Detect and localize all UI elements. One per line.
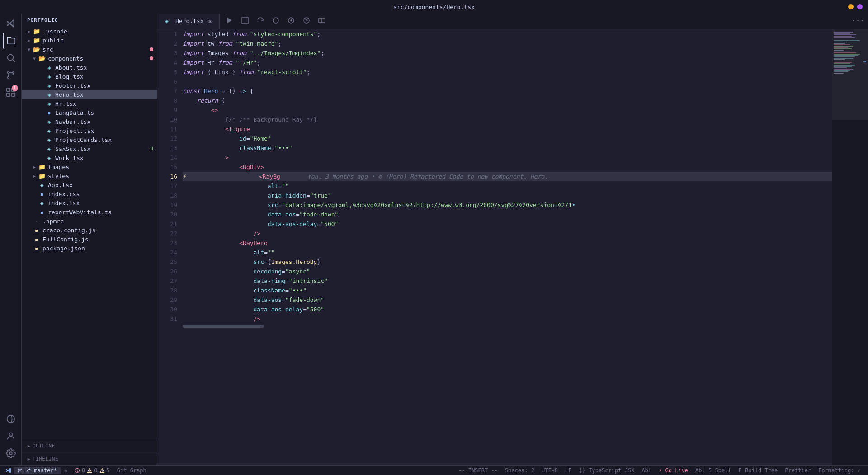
tree-item-hr[interactable]: ▶ ◈ Hr.tsx — [22, 99, 157, 108]
maximize-button[interactable] — [857, 4, 863, 9]
svg-rect-7 — [6, 93, 9, 96]
more-options-button[interactable]: ··· — [848, 16, 868, 25]
activity-vscode-icon[interactable] — [3, 15, 19, 32]
code-line-26: decoding="async" — [183, 267, 832, 276]
tree-label-langdata: LangData.ts — [55, 109, 94, 116]
tree-item-saxsux[interactable]: ▶ ◈ SaxSux.tsx U — [22, 144, 157, 153]
file-npmrc-icon: ⬝ — [33, 217, 41, 225]
status-errors[interactable]: 0 0 5 — [71, 467, 113, 474]
activity-remote-icon[interactable] — [3, 411, 19, 427]
status-abl[interactable]: Abl — [638, 467, 655, 474]
run-icon[interactable] — [223, 14, 236, 27]
tree-item-project[interactable]: ▶ ◈ Project.tsx — [22, 126, 157, 135]
tree-item-public[interactable]: ▶ 📁 public — [22, 36, 157, 45]
tree-item-craco[interactable]: ▶ ▪ craco.config.js — [22, 226, 157, 235]
status-git-graph[interactable]: Git Graph — [113, 467, 150, 474]
tree-label-blog: Blog.tsx — [55, 73, 84, 80]
refresh-icon[interactable] — [254, 14, 267, 27]
svg-point-19 — [18, 471, 19, 472]
tree-item-navbar[interactable]: ▶ ◈ Navbar.tsx — [22, 117, 157, 126]
insert-mode-label: -- INSERT -- — [458, 467, 498, 474]
status-git-branch[interactable]: ⎇ master* — [14, 467, 61, 474]
tree-item-fullconfig[interactable]: ▶ ▪ FullConfig.js — [22, 235, 157, 244]
code-content[interactable]: import styled from "styled-components"; … — [181, 29, 832, 465]
svg-point-28 — [102, 472, 102, 472]
code-line-24: alt="" — [183, 248, 832, 257]
info-count: 5 — [107, 467, 110, 474]
code-line-8: return ( — [183, 96, 832, 105]
status-formatting[interactable]: Formatting: ✓ — [815, 467, 864, 474]
tree-arrow-src: ▼ — [25, 46, 33, 53]
tab-hero[interactable]: ◈ Hero.tsx ✕ — [157, 14, 220, 29]
status-encoding[interactable]: UTF-8 — [538, 467, 561, 474]
tree-item-indextsx[interactable]: ▶ ◈ index.tsx — [22, 198, 157, 207]
tree-item-hero[interactable]: ▶ ◈ Hero.tsx — [22, 90, 157, 99]
code-line-31: /> — [183, 314, 832, 324]
tree-item-components[interactable]: ▼ 📂 components — [22, 54, 157, 63]
activity-accounts-icon[interactable] — [3, 428, 19, 444]
circle-icon[interactable] — [269, 14, 282, 27]
minimize-button[interactable] — [848, 4, 854, 9]
svg-point-14 — [273, 18, 278, 23]
tree-label-craco: craco.config.js — [42, 227, 95, 234]
status-vscode-icon[interactable] — [4, 467, 14, 474]
status-spaces[interactable]: Spaces: 2 — [501, 467, 538, 474]
tree-item-src[interactable]: ▼ 📂 src — [22, 45, 157, 54]
activity-git-icon[interactable] — [3, 67, 19, 83]
file-fullconfig-icon: ▪ — [33, 235, 41, 243]
sidebar: PORTFOLIO ▶ 📁 .vscode ▶ 📁 public ▼ 📂 src — [22, 14, 157, 465]
line-ending-label: LF — [565, 467, 571, 474]
svg-rect-8 — [11, 93, 14, 96]
outline-header[interactable]: ▶ OUTLINE — [22, 441, 157, 450]
activity-bar-bottom — [3, 411, 19, 465]
tree-item-work[interactable]: ▶ ◈ Work.tsx — [22, 153, 157, 162]
sync-icon: ↻ — [64, 467, 67, 474]
tree-item-npmrc[interactable]: ▶ ⬝ .npmrc — [22, 216, 157, 226]
tree-item-langdata[interactable]: ▶ ▪ LangData.ts — [22, 108, 157, 117]
tree-item-indexcss[interactable]: ▶ ▪ index.css — [22, 189, 157, 198]
tree-item-package[interactable]: ▶ ▪ package.json — [22, 244, 157, 253]
tree-item-about[interactable]: ▶ ◈ About.tsx — [22, 63, 157, 72]
window-controls — [848, 4, 863, 9]
code-line-18: aria-hidden="true" — [183, 191, 832, 200]
tree-item-vscode[interactable]: ▶ 📁 .vscode — [22, 27, 157, 36]
status-spell[interactable]: Abl 5 Spell — [692, 467, 735, 474]
tab-hero-close[interactable]: ✕ — [207, 18, 214, 25]
activity-explorer-icon[interactable] — [3, 33, 19, 49]
tree-arrow-styles: ▶ — [31, 172, 38, 179]
tree-item-styles[interactable]: ▶ 📁 styles — [22, 171, 157, 180]
file-navbar-icon: ◈ — [45, 118, 53, 126]
status-line-ending[interactable]: LF — [561, 467, 575, 474]
tree-item-app[interactable]: ▶ ◈ App.tsx — [22, 180, 157, 189]
tree-item-blog[interactable]: ▶ ◈ Blog.tsx — [22, 72, 157, 81]
file-hero-icon: ◈ — [45, 90, 53, 99]
split-icon[interactable] — [316, 14, 328, 27]
status-prettier[interactable]: Prettier — [781, 467, 815, 474]
file-projectcards-icon: ◈ — [45, 136, 53, 144]
horizontal-scrollbar[interactable] — [183, 324, 832, 328]
tree-item-footer[interactable]: ▶ ◈ Footer.tsx — [22, 81, 157, 90]
timeline-header[interactable]: ▶ TIMELINE — [22, 454, 157, 463]
status-insert-mode[interactable]: -- INSERT -- — [455, 467, 501, 474]
code-line-2: import tw from "twin.macro"; — [183, 39, 832, 48]
status-language[interactable]: {} TypeScript JSX — [576, 467, 638, 474]
timeline-label: TIMELINE — [33, 456, 58, 462]
tree-item-reportwebvitals[interactable]: ▶ ▪ reportWebVitals.ts — [22, 207, 157, 216]
status-go-live[interactable]: ⚡ Go Live — [655, 467, 692, 474]
status-build-tree[interactable]: E Build Tree — [735, 467, 782, 474]
code-line-19: src="data:image/svg+xml,%3csvg%20xmlns=%… — [183, 200, 832, 210]
activity-search-icon[interactable] — [3, 50, 19, 66]
tree-item-projectcards[interactable]: ▶ ◈ ProjectCards.tsx — [22, 135, 157, 144]
layout-icon[interactable] — [239, 14, 251, 27]
status-sync[interactable]: ↻ — [61, 467, 71, 474]
arrow-circle-icon[interactable] — [285, 14, 297, 27]
tree-label-saxsux: SaxSux.tsx — [55, 146, 90, 152]
code-line-14: > — [183, 153, 832, 162]
activity-settings-icon[interactable] — [3, 445, 19, 461]
activity-extensions-icon[interactable]: 1 — [3, 84, 19, 100]
file-blog-icon: ◈ — [45, 72, 53, 80]
forward-icon[interactable] — [300, 14, 313, 27]
folder-styles-icon: 📁 — [38, 172, 46, 180]
tree-item-images[interactable]: ▶ 📁 Images — [22, 162, 157, 171]
code-line-9: <> — [183, 105, 832, 115]
